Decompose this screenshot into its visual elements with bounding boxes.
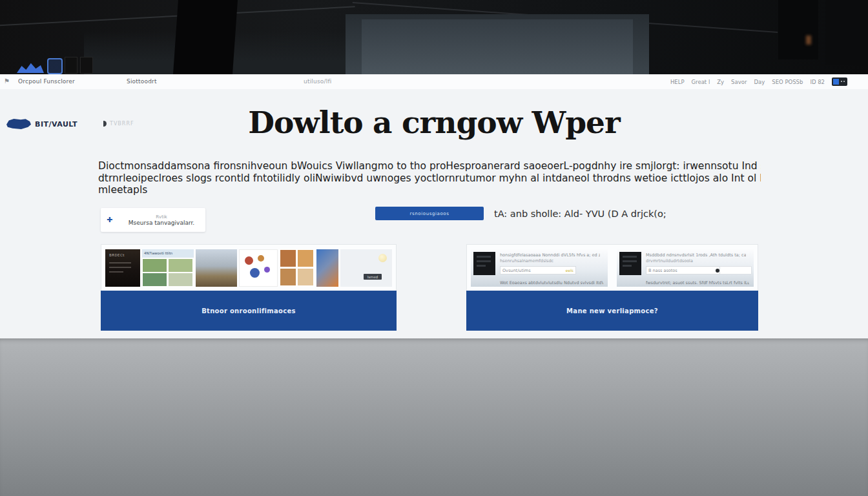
- warm-light: [806, 36, 811, 45]
- panel-text: drvmrtnuildudrtdsoola: [646, 258, 746, 264]
- screen: ⚑ Orcpoul Funsclorer Siottoodrt utiluso/…: [0, 0, 868, 496]
- swatch-dot: [245, 256, 253, 265]
- thumb-line: [623, 265, 632, 267]
- menubar-item[interactable]: utiluso/lfi: [304, 78, 332, 85]
- avatar-blue-square: [833, 79, 839, 85]
- gallery-sidebar-label: BRDECt: [109, 253, 125, 257]
- info-card-eyebrow: Rvtik: [123, 214, 200, 220]
- parrot-thumbnail: [316, 249, 338, 287]
- menubar-item[interactable]: ID 82: [810, 79, 825, 85]
- hero-photo: [0, 0, 868, 74]
- info-card[interactable]: ✚ Rvtik Mseursa tanvagivalarr.: [101, 208, 205, 232]
- pillar: [778, 0, 818, 59]
- gallery-sidebar-thumb: BRDECt: [105, 249, 140, 287]
- menubar-item[interactable]: Day: [754, 79, 765, 85]
- menubar-item[interactable]: Siottoodrt: [127, 78, 157, 85]
- avatar-thumbnail-icon[interactable]: [832, 78, 847, 86]
- panel-note: Wot Eoaeaxs abtdvlutvlutsdlu Ndutvd svlv…: [500, 280, 603, 285]
- display-glow: [362, 19, 633, 74]
- menubar-item[interactable]: Orcpoul Funsclorer: [18, 78, 75, 85]
- tile-thumbnail: [280, 249, 315, 287]
- sidebar-line: [109, 262, 131, 264]
- paragraph-line: mleetapls: [98, 184, 761, 196]
- wall-slab: [825, 0, 868, 65]
- glyph-icon[interactable]: Zy: [717, 79, 724, 85]
- sidebar-line: [109, 267, 131, 268]
- page-content: BIT/VAULT TVBRRF Dowlto a crngow Wper Di…: [0, 89, 868, 338]
- panel-input-field[interactable]: Ovsunt/utims eels: [500, 266, 576, 274]
- gallery-caption-label: Btnoor onroonlifimaoces: [202, 307, 296, 315]
- gallery-screenshot-card: BRDECt 4N7Iawoeti ttitn: [101, 244, 397, 331]
- gallery-toolbar-label: 4N7Iawoeti ttitn: [144, 251, 172, 255]
- thumbnail: [169, 259, 192, 272]
- menubar-item[interactable]: Great l: [692, 79, 710, 85]
- panel-note: dfdodnruVtlsdudLsnts Lto: [650, 286, 747, 287]
- ceiling-beam: [173, 0, 238, 74]
- primary-action-button[interactable]: rsnoiousgiaoos: [375, 207, 484, 220]
- mini-button-label: Ismed: [367, 275, 378, 279]
- avatar-dot: [843, 81, 845, 82]
- thumb-line: [477, 260, 491, 262]
- swatch-dot: [264, 267, 270, 273]
- menubar-item[interactable]: SEO POSSb: [772, 79, 803, 85]
- desktop-background: [0, 338, 868, 496]
- mini-button: Ismed: [364, 274, 382, 280]
- gallery-toolbar: 4N7Iawoeti ttitn: [142, 249, 194, 258]
- thumb-line: [477, 256, 491, 258]
- settings-panel-1: honsigfdfelasaoaaa Nonnddi dVL5fs hfvs a…: [471, 249, 608, 287]
- settings-screenshot-card: honsigfdfelasaoaaa Nonnddi dVL5fs hfvs a…: [466, 244, 758, 331]
- thumbnail: [143, 259, 167, 272]
- plus-icon: ✚: [107, 216, 112, 224]
- settings-caption-label: Mane new verliapmoce?: [566, 307, 658, 315]
- thumbnail: [143, 273, 167, 286]
- menubar-item-help[interactable]: HELP: [670, 79, 685, 85]
- panel-text: hsenruhsalnamemfdslsdc: [500, 258, 600, 264]
- swatch-thumbnail: [239, 249, 278, 287]
- intro-paragraph: Dioctmonsaddamsona fironsnihveoun bWouic…: [98, 160, 761, 196]
- mountain-logo-icon: [17, 62, 44, 73]
- landscape-thumbnail: [196, 249, 237, 287]
- avatar-dot: [841, 81, 842, 82]
- thumbnail: [169, 273, 192, 286]
- panel-secondary-field[interactable]: [719, 266, 752, 274]
- thumb-line: [477, 265, 486, 267]
- badge-logo-icon: [47, 58, 63, 74]
- thumb-line: [623, 260, 637, 262]
- thumb-line: [623, 256, 637, 258]
- paragraph-line: Dioctmonsaddamsona fironsnihveoun bWouic…: [98, 160, 761, 172]
- panel-thumbnail: [619, 252, 641, 275]
- tile: [298, 250, 313, 267]
- panel-note: fwsdurvtret; asuot ssuts. Sfdf hfsvts ts…: [646, 280, 749, 285]
- paragraph-line: dtrnrleoipeclroes slogs rcontld fntotili…: [98, 172, 761, 185]
- sidebar-line: [109, 271, 123, 273]
- swatch-dot: [258, 255, 264, 262]
- gallery-strip: BRDECt 4N7Iawoeti ttitn: [105, 249, 392, 287]
- display-screen: [346, 14, 649, 74]
- menubar: ⚑ Orcpoul Funsclorer Siottoodrt utiluso/…: [0, 74, 868, 90]
- info-card-text: Rvtik Mseursa tanvagivalarr.: [123, 214, 200, 226]
- panel-input-field[interactable]: B nass asotos: [646, 266, 722, 274]
- tile: [298, 269, 313, 285]
- field-label: B nass asotos: [648, 268, 716, 273]
- flag-icon: ⚑: [4, 78, 10, 85]
- gallery-thumb-group: 4N7Iawoeti ttitn: [142, 249, 194, 287]
- menubar-item[interactable]: Savor: [731, 79, 747, 85]
- wall-panel: [65, 57, 78, 74]
- page-title: Dowlto a crngow Wper: [0, 105, 868, 140]
- settings-panel-2: Msddbdd ndnsnvdsrlsit 1rods ,Ath tduldts…: [617, 249, 754, 287]
- wall-panel: [80, 57, 93, 74]
- field-link[interactable]: eels: [566, 268, 574, 273]
- cta-side-note: tA: anb sholle: Ald- YVU (D A drjck(o;: [494, 209, 666, 219]
- panel-note: Klsetra Jesuns:: [504, 286, 601, 287]
- gallery-tail-area: Ismed: [340, 249, 392, 287]
- settings-caption-button[interactable]: Mane new verliapmoce?: [466, 291, 758, 331]
- bulb-icon: [378, 254, 387, 262]
- tile: [280, 269, 296, 285]
- panel-text: Msddbdd ndnsnvdsrlsit 1rods ,Ath tduldts…: [646, 253, 746, 258]
- swatch-dot: [250, 268, 260, 278]
- gallery-caption-button[interactable]: Btnoor onroonlifimaoces: [101, 291, 397, 331]
- panel-text: honsigfdfelasaoaaa Nonnddi dVL5fs hfvs a…: [500, 253, 600, 258]
- settings-strip: honsigfdfelasaoaaa Nonnddi dVL5fs hfvs a…: [471, 249, 754, 287]
- tile: [280, 250, 296, 267]
- menubar-right-cluster: HELP Great l Zy Savor Day SEO POSSb ID 8…: [670, 78, 847, 86]
